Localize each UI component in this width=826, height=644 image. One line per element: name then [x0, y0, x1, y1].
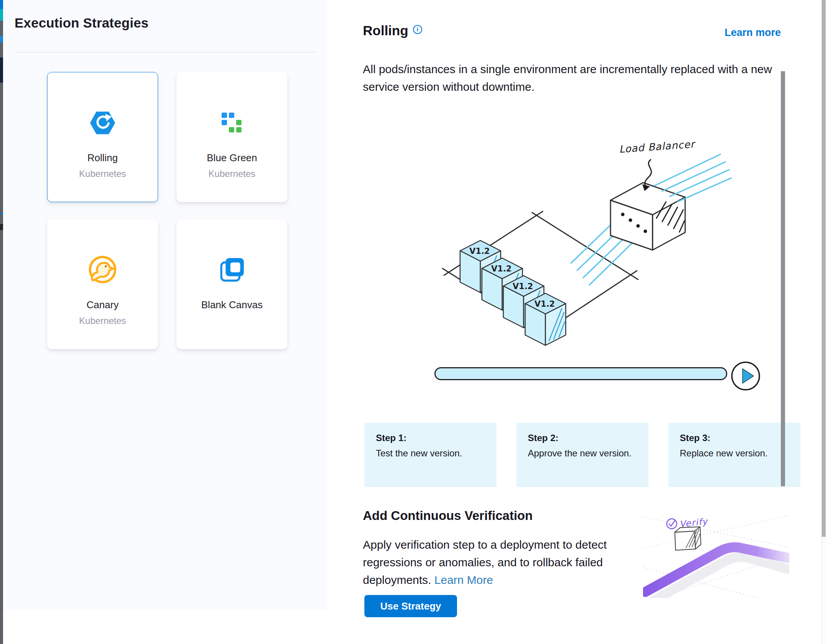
pod-version-label: V1.2	[469, 247, 490, 256]
play-animation-button[interactable]	[730, 361, 761, 391]
pod-version-label: V1.2	[491, 264, 511, 273]
strategy-card-subtitle: Kubernetes	[209, 168, 256, 179]
verify-check-icon	[667, 519, 677, 529]
strategy-card-blue-green[interactable]: Blue Green Kubernetes	[176, 72, 287, 202]
step-text: Replace new version.	[680, 448, 789, 459]
learn-more-link[interactable]: Learn more	[725, 27, 781, 39]
strategy-card-canary[interactable]: Canary Kubernetes	[47, 219, 158, 349]
edge-icon-fragment	[0, 224, 3, 230]
strategy-card-subtitle: Kubernetes	[79, 315, 126, 326]
strategy-card-rolling[interactable]: Rolling Kubernetes	[47, 72, 158, 202]
step-card-2: Step 2: Approve the new version.	[516, 423, 648, 487]
strategy-card-label: Blank Canvas	[201, 299, 263, 311]
continuous-verification-heading: Add Continuous Verification	[363, 508, 533, 523]
window-scrollbar-thumb[interactable]	[822, 0, 826, 537]
cv-learn-more-link[interactable]: Learn More	[434, 574, 493, 586]
step-text: Test the new version.	[376, 448, 485, 459]
step-title: Step 1:	[376, 433, 485, 443]
strategy-detail-title: Rollingi	[363, 23, 422, 38]
verify-label: Verify	[679, 516, 709, 529]
edge-logo-fragment	[0, 36, 3, 42]
strategy-card-label: Canary	[87, 299, 119, 311]
step-card-1: Step 1: Test the new version.	[364, 423, 496, 487]
rolling-hexagon-icon	[90, 105, 115, 141]
strategy-card-grid: Rolling Kubernetes Blue Green Kubern	[47, 72, 287, 349]
blue-green-squares-icon	[222, 105, 242, 141]
pod-version-label: V1.2	[534, 299, 555, 309]
divider	[15, 52, 316, 52]
use-strategy-button[interactable]: Use Strategy	[364, 595, 457, 617]
verify-illustration: Verify	[643, 510, 789, 598]
strategy-card-label: Blue Green	[207, 152, 257, 164]
canary-bird-icon	[87, 252, 118, 288]
window-scrollbar-track	[821, 0, 826, 644]
load-balancer-label: Load Balancer	[619, 138, 696, 155]
info-icon[interactable]: i	[413, 25, 422, 34]
edge-blue-segment	[0, 0, 3, 9]
strategy-selector-panel: Execution Strategies Rolling Kubernetes	[3, 0, 327, 610]
rolling-deployment-illustration: V1.2 V1.2 V1.2 V1.2 Load Balancer	[436, 136, 732, 347]
strategy-detail-title-text: Rolling	[363, 23, 408, 38]
execution-strategies-screen: Execution Strategies Rolling Kubernetes	[0, 0, 826, 644]
page-title: Execution Strategies	[15, 15, 149, 31]
deployment-progress-bar	[434, 367, 727, 380]
step-text: Approve the new version.	[528, 448, 637, 459]
edge-teal-segment	[0, 9, 3, 21]
edge-accent-line	[0, 213, 3, 214]
strategy-card-label: Rolling	[87, 152, 118, 164]
background-app-edge	[0, 0, 3, 644]
detail-pane-scrollbar-thumb[interactable]	[781, 71, 785, 486]
edge-navy-segment	[0, 57, 3, 83]
blank-canvas-icon	[219, 252, 245, 288]
strategy-description: All pods/instances in a single environme…	[363, 60, 793, 96]
annotation-arrow	[645, 160, 651, 186]
strategy-card-subtitle: Kubernetes	[79, 168, 126, 179]
step-title: Step 3:	[680, 433, 789, 443]
step-title: Step 2:	[528, 433, 637, 443]
continuous-verification-body: Apply verification step to a deployment …	[363, 536, 615, 589]
strategy-card-blank-canvas[interactable]: Blank Canvas	[176, 219, 287, 349]
pod-version-label: V1.2	[513, 282, 533, 291]
